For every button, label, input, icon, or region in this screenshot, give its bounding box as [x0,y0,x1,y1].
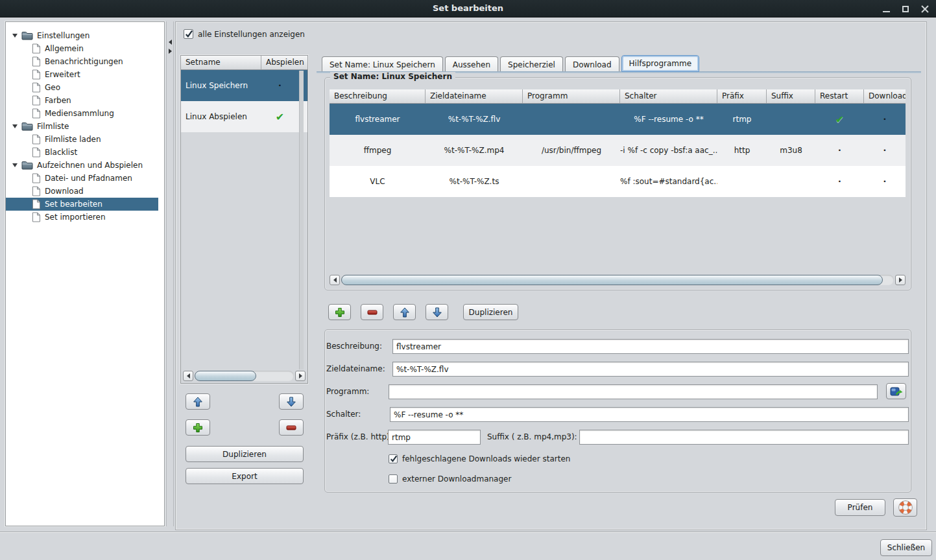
sidebar-item-geo[interactable]: Geo [6,81,158,94]
program-row-vlc[interactable]: VLC %t-%T-%Z.ts %f :sout=#standard{ac...… [330,166,906,197]
col-zieldateiname[interactable]: Zieldateiname [426,89,523,103]
panel-splitter[interactable] [166,21,174,526]
scroll-left-button[interactable] [330,275,340,285]
sidebar-item-label: Geo [45,83,60,92]
sets-list-panel: Setname Abspielen Linux Speichern • Linu… [180,55,308,384]
sets-column-setname[interactable]: Setname [181,56,261,69]
programs-horizontal-scrollbar[interactable] [330,274,906,286]
set-add-button[interactable] [186,419,210,436]
sidebar-item-allgemein[interactable]: Allgemein [6,42,158,55]
zieldateiname-input[interactable] [392,362,909,377]
sidebar-item-benachrichtigungen[interactable]: Benachrichtigungen [6,55,158,68]
folder-icon [21,31,33,40]
scroll-right-button[interactable] [295,371,306,381]
sets-horizontal-scrollbar[interactable] [183,370,306,382]
tab-set-name[interactable]: Set Name: Linux Speichern [322,56,443,72]
minus-icon [367,310,378,315]
tab-download[interactable]: Download [565,56,619,72]
col-schalter[interactable]: Schalter [620,89,717,103]
program-duplicate-button[interactable]: Duplizieren [463,304,518,320]
program-move-up-button[interactable] [393,304,416,320]
file-icon [32,108,41,119]
suffix-input[interactable] [579,430,909,445]
sidebar-item-erweitert[interactable]: Erweitert [6,68,158,81]
set-duplicate-button[interactable]: Duplizieren [186,446,304,462]
sets-row-linux-speichern[interactable]: Linux Speichern • [181,70,307,101]
praefix-input[interactable] [388,430,481,445]
set-export-button[interactable]: Export [186,468,304,484]
cell-praefix: rtmp [717,115,767,124]
col-restart[interactable]: Restart [815,89,864,103]
sidebar-item-label: Einstellungen [37,31,90,40]
plus-icon [193,423,203,433]
schliessen-button[interactable]: Schließen [880,539,932,556]
scroll-right-button[interactable] [895,275,906,285]
splitter-collapse-right-icon[interactable] [169,49,172,54]
tab-hilfsprogramme[interactable]: Hilfsprogramme [621,55,699,72]
programm-input[interactable] [389,384,878,399]
cell-schalter: %f :sout=#standard{ac... [620,177,717,186]
external-downloadmanager-checkbox-row: externer Downloadmanager [389,474,511,484]
sidebar-item-set-importieren[interactable]: Set importieren [6,211,158,224]
set-move-up-button[interactable] [186,393,210,410]
pruefen-button[interactable]: Prüfen [835,499,885,516]
scrollbar-thumb[interactable] [341,275,883,285]
cell-schalter: %F --resume -o ** [620,115,717,124]
close-button[interactable] [918,2,932,16]
sidebar-item-datei-und-pfadnamen[interactable]: Datei- und Pfadnamen [6,172,158,185]
sidebar-item-aufzeichnen-und-abspielen[interactable]: Aufzeichnen und Abspielen [6,159,158,172]
sidebar-item-download[interactable]: Download [6,185,158,198]
scrollbar-thumb[interactable] [195,371,256,381]
schalter-label: Schalter: [326,410,361,419]
sidebar-item-mediensammlung[interactable]: Mediensammlung [6,107,158,120]
file-icon [32,56,41,67]
sidebar-item-label: Farben [45,96,71,105]
plus-icon [335,307,345,318]
col-programm[interactable]: Programm [523,89,620,103]
sidebar-item-farben[interactable]: Farben [6,94,158,107]
tab-speicherziel[interactable]: Speicherziel [500,56,563,72]
window-title: Set bearbeiten [0,3,936,13]
tab-aussehen[interactable]: Aussehen [445,56,498,72]
set-tabs: Set Name: Linux Speichern Aussehen Speic… [322,54,699,72]
browse-program-button[interactable] [886,383,906,399]
show-all-settings-checkbox[interactable] [184,29,193,39]
file-icon [32,173,41,183]
sets-row-linux-abspielen[interactable]: Linux Abspielen ✔ [181,101,307,132]
titlebar[interactable]: Set bearbeiten [0,0,936,18]
set-remove-button[interactable] [279,419,304,436]
program-row-flvstreamer[interactable]: flvstreamer %t-%T-%Z.flv %F --resume -o … [330,104,906,135]
beschreibung-input[interactable] [392,339,909,354]
set-move-down-button[interactable] [279,393,304,410]
splitter-collapse-left-icon[interactable] [169,40,172,45]
tree-expander-icon[interactable] [12,34,21,38]
restart-downloads-checkbox[interactable] [389,454,398,463]
schalter-input[interactable] [390,407,909,422]
external-downloadmanager-checkbox[interactable] [389,474,398,484]
sidebar-item-einstellungen[interactable]: Einstellungen [6,29,158,42]
sidebar-item-set-bearbeiten[interactable]: Set bearbeiten [6,198,158,211]
sets-table-header: Setname Abspielen [181,56,307,70]
restart-downloads-checkbox-row: fehlgeschlagene Downloads wieder starten [389,454,570,463]
maximize-button[interactable] [898,2,913,16]
col-suffix[interactable]: Suffix [767,89,815,103]
sidebar-item-filmliste-laden[interactable]: Filmliste laden [6,133,158,146]
sets-column-abspielen[interactable]: Abspielen [261,56,307,69]
program-row-ffmpeg[interactable]: ffmpeg %t-%T-%Z.mp4 /usr/bin/ffmpeg -i %… [330,135,906,166]
sidebar-item-filmliste[interactable]: Filmliste [6,120,158,133]
col-download[interactable]: Download.. [864,89,906,103]
program-move-down-button[interactable] [426,304,448,320]
sets-vertical-scrollbar[interactable] [299,71,304,369]
file-icon [32,147,41,158]
tree-expander-icon[interactable] [12,163,21,167]
program-add-button[interactable] [328,304,351,320]
program-remove-button[interactable] [361,304,383,320]
col-praefix[interactable]: Präfix [717,89,767,103]
help-button[interactable] [893,498,917,517]
col-beschreibung[interactable]: Beschreibung [330,89,426,103]
external-downloadmanager-label: externer Downloadmanager [402,474,511,484]
tree-expander-icon[interactable] [12,124,21,128]
minimize-button[interactable] [879,2,893,16]
scroll-left-button[interactable] [183,371,193,381]
sidebar-item-blacklist[interactable]: Blacklist [6,146,158,159]
